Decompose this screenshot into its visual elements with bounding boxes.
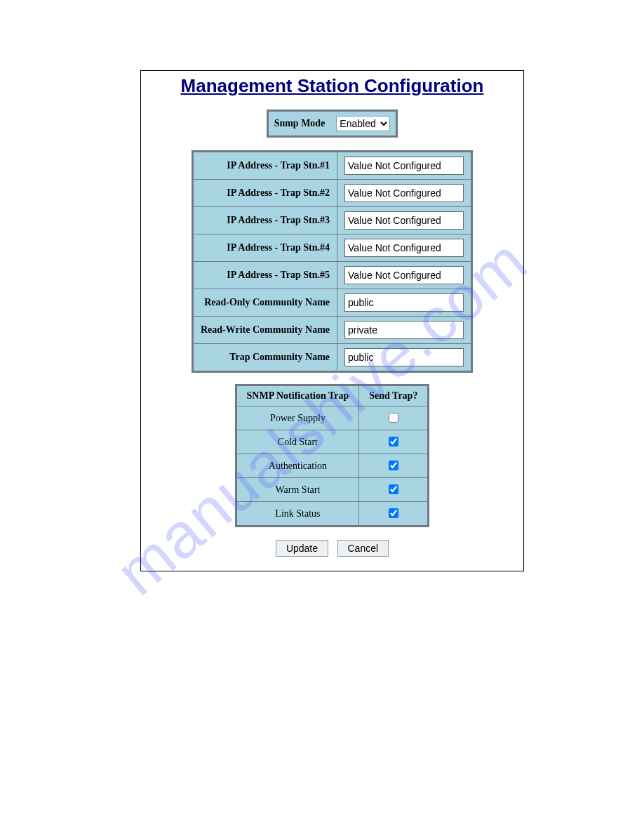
config-row-label: IP Address - Trap Stn.#4: [192, 234, 337, 262]
send-trap-checkbox[interactable]: [389, 461, 398, 470]
config-row-value-cell: [337, 262, 472, 289]
ip-community-table: IP Address - Trap Stn.#1IP Address - Tra…: [192, 150, 473, 373]
config-row-value-cell: [337, 152, 472, 180]
config-input[interactable]: [344, 239, 464, 257]
config-row-value-cell: [337, 317, 472, 344]
config-input[interactable]: [344, 157, 464, 175]
config-panel: Management Station Configuration Snmp Mo…: [140, 70, 524, 571]
notif-row-check-cell: [359, 430, 429, 454]
send-trap-checkbox[interactable]: [389, 413, 398, 423]
notif-header-send: Send Trap?: [359, 385, 429, 406]
snmp-mode-label: Snmp Mode: [267, 111, 330, 137]
config-input[interactable]: [344, 348, 464, 366]
button-row: Update Cancel: [141, 540, 523, 557]
notif-row-check-cell: [359, 454, 429, 478]
send-trap-checkbox[interactable]: [389, 484, 398, 494]
cancel-button[interactable]: Cancel: [337, 540, 389, 557]
config-row-label: Trap Community Name: [192, 344, 337, 372]
config-row-label: IP Address - Trap Stn.#5: [192, 262, 337, 289]
page-title: Management Station Configuration: [141, 75, 523, 97]
notif-row-name: Authentication: [236, 454, 359, 478]
snmp-mode-cell: EnabledDisabled: [330, 111, 397, 137]
config-row-value-cell: [337, 207, 472, 234]
notif-row-check-cell: [359, 502, 429, 527]
config-row-label: IP Address - Trap Stn.#2: [192, 180, 337, 207]
config-row-label: Read-Only Community Name: [192, 289, 337, 317]
notif-row-name: Power Supply: [236, 406, 359, 430]
config-input[interactable]: [344, 266, 464, 284]
snmp-mode-table: Snmp Mode EnabledDisabled: [267, 110, 398, 138]
notif-header-trap: SNMP Notification Trap: [236, 385, 359, 406]
config-row-value-cell: [337, 289, 472, 317]
send-trap-checkbox[interactable]: [389, 437, 398, 446]
update-button[interactable]: Update: [276, 540, 328, 557]
notification-trap-table: SNMP Notification Trap Send Trap? Power …: [235, 384, 430, 527]
config-row-value-cell: [337, 344, 472, 372]
notif-row-name: Warm Start: [236, 478, 359, 502]
config-row-label: IP Address - Trap Stn.#1: [192, 152, 337, 180]
config-row-label: Read-Write Community Name: [192, 317, 337, 344]
config-input[interactable]: [344, 321, 464, 339]
snmp-mode-select[interactable]: EnabledDisabled: [336, 116, 390, 131]
config-row-label: IP Address - Trap Stn.#3: [192, 207, 337, 234]
send-trap-checkbox[interactable]: [389, 508, 398, 518]
notif-row-check-cell: [359, 478, 429, 502]
config-row-value-cell: [337, 180, 472, 207]
config-input[interactable]: [344, 184, 464, 202]
config-row-value-cell: [337, 234, 472, 262]
config-input[interactable]: [344, 211, 464, 230]
config-input[interactable]: [344, 293, 464, 312]
notif-row-name: Cold Start: [236, 430, 359, 454]
notif-row-check-cell: [359, 406, 429, 430]
notif-row-name: Link Status: [236, 502, 359, 527]
